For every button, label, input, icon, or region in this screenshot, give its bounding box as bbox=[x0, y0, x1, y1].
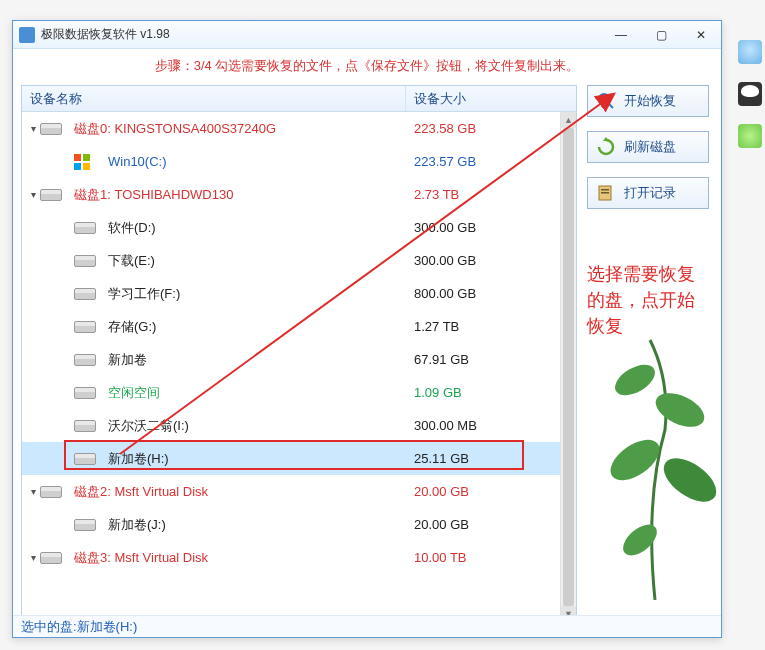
table-row[interactable]: ▾磁盘2: Msft Virtual Disk20.00 GB bbox=[22, 475, 576, 508]
row-label: 新加卷 bbox=[108, 351, 406, 369]
drive-icon bbox=[40, 484, 66, 500]
svg-rect-4 bbox=[601, 192, 609, 194]
status-text: 选中的盘:新加卷(H:) bbox=[21, 619, 137, 634]
col-header-size[interactable]: 设备大小 bbox=[406, 86, 576, 111]
row-label: 磁盘1: TOSHIBAHDWD130 bbox=[74, 186, 406, 204]
row-label: 学习工作(F:) bbox=[108, 285, 406, 303]
external-icon-qq[interactable] bbox=[738, 82, 762, 106]
table-row[interactable]: Win10(C:)223.57 GB bbox=[22, 145, 576, 178]
minimize-button[interactable]: — bbox=[601, 24, 641, 46]
svg-point-0 bbox=[599, 94, 609, 104]
refresh-disk-label: 刷新磁盘 bbox=[624, 138, 676, 156]
row-size: 2.73 TB bbox=[406, 187, 576, 202]
open-log-button[interactable]: 打开记录 bbox=[587, 177, 709, 209]
drive-icon bbox=[74, 517, 100, 533]
drive-icon bbox=[74, 319, 100, 335]
drive-icon bbox=[74, 253, 100, 269]
row-label: 磁盘2: Msft Virtual Disk bbox=[74, 483, 406, 501]
external-icon-1[interactable] bbox=[738, 40, 762, 64]
drive-icon bbox=[74, 418, 100, 434]
table-body: ▾磁盘0: KINGSTONSA400S37240G223.58 GBWin10… bbox=[22, 112, 576, 622]
windows-icon bbox=[74, 154, 100, 170]
drive-icon bbox=[74, 352, 100, 368]
row-size: 20.00 GB bbox=[406, 517, 576, 532]
drive-icon bbox=[40, 121, 66, 137]
row-label: 软件(D:) bbox=[108, 219, 406, 237]
window-title: 极限数据恢复软件 v1.98 bbox=[41, 26, 601, 43]
drive-icon bbox=[74, 286, 100, 302]
status-bar: 选中的盘:新加卷(H:) bbox=[13, 615, 721, 637]
row-size: 25.11 GB bbox=[406, 451, 576, 466]
row-label: 空闲空间 bbox=[108, 384, 406, 402]
expand-chevron[interactable]: ▾ bbox=[26, 486, 40, 497]
start-recovery-button[interactable]: 开始恢复 bbox=[587, 85, 709, 117]
titlebar: 极限数据恢复软件 v1.98 — ▢ ✕ bbox=[13, 21, 721, 49]
close-button[interactable]: ✕ bbox=[681, 24, 721, 46]
row-size: 1.09 GB bbox=[406, 385, 576, 400]
expand-chevron[interactable]: ▾ bbox=[26, 189, 40, 200]
row-size: 300.00 GB bbox=[406, 220, 576, 235]
svg-rect-3 bbox=[601, 189, 609, 191]
device-list-panel: 设备名称 设备大小 ▾磁盘0: KINGSTONSA400S37240G223.… bbox=[21, 85, 577, 623]
table-row[interactable]: 存储(G:)1.27 TB bbox=[22, 310, 576, 343]
table-row[interactable]: 新加卷(H:)25.11 GB bbox=[22, 442, 576, 475]
expand-chevron[interactable]: ▾ bbox=[26, 123, 40, 134]
app-window: 极限数据恢复软件 v1.98 — ▢ ✕ 步骤：3/4 勾选需要恢复的文件，点《… bbox=[12, 20, 722, 638]
row-label: 新加卷(J:) bbox=[108, 516, 406, 534]
row-size: 20.00 GB bbox=[406, 484, 576, 499]
row-size: 300.00 MB bbox=[406, 418, 576, 433]
table-row[interactable]: 学习工作(F:)800.00 GB bbox=[22, 277, 576, 310]
svg-line-1 bbox=[608, 103, 613, 108]
row-size: 223.57 GB bbox=[406, 154, 576, 169]
drive-icon bbox=[74, 220, 100, 236]
row-label: 下载(E:) bbox=[108, 252, 406, 270]
refresh-icon bbox=[592, 137, 620, 157]
open-log-label: 打开记录 bbox=[624, 184, 676, 202]
table-row[interactable]: 沃尔沃二翁(I:)300.00 MB bbox=[22, 409, 576, 442]
expand-chevron[interactable]: ▾ bbox=[26, 552, 40, 563]
row-label: 存储(G:) bbox=[108, 318, 406, 336]
app-icon bbox=[19, 27, 35, 43]
table-row[interactable]: ▾磁盘1: TOSHIBAHDWD1302.73 TB bbox=[22, 178, 576, 211]
table-row[interactable]: 下载(E:)300.00 GB bbox=[22, 244, 576, 277]
annotation-text: 选择需要恢复的盘，点开始恢复 bbox=[587, 261, 711, 339]
action-panel: 开始恢复 刷新磁盘 打开记录 选择需要恢复的盘，点开始恢复 bbox=[587, 85, 711, 623]
table-row[interactable]: 空闲空间1.09 GB bbox=[22, 376, 576, 409]
row-label: 磁盘0: KINGSTONSA400S37240G bbox=[74, 120, 406, 138]
scrollbar[interactable]: ▲ ▼ bbox=[560, 112, 576, 622]
row-label: Win10(C:) bbox=[108, 154, 406, 169]
external-icon-3[interactable] bbox=[738, 124, 762, 148]
row-size: 1.27 TB bbox=[406, 319, 576, 334]
drive-icon bbox=[74, 385, 100, 401]
table-header: 设备名称 设备大小 bbox=[22, 86, 576, 112]
instruction-text: 步骤：3/4 勾选需要恢复的文件，点《保存文件》按钮，将文件复制出来。 bbox=[13, 49, 721, 85]
row-label: 沃尔沃二翁(I:) bbox=[108, 417, 406, 435]
table-row[interactable]: 软件(D:)300.00 GB bbox=[22, 211, 576, 244]
drive-icon bbox=[40, 550, 66, 566]
row-size: 800.00 GB bbox=[406, 286, 576, 301]
drive-icon bbox=[40, 187, 66, 203]
scroll-thumb[interactable] bbox=[563, 128, 574, 606]
maximize-button[interactable]: ▢ bbox=[641, 24, 681, 46]
table-row[interactable]: ▾磁盘0: KINGSTONSA400S37240G223.58 GB bbox=[22, 112, 576, 145]
table-row[interactable]: 新加卷67.91 GB bbox=[22, 343, 576, 376]
start-recovery-label: 开始恢复 bbox=[624, 92, 676, 110]
search-icon bbox=[592, 91, 620, 111]
table-row[interactable]: ▾磁盘3: Msft Virtual Disk10.00 TB bbox=[22, 541, 576, 574]
external-app-strip bbox=[738, 40, 762, 148]
log-icon bbox=[592, 183, 620, 203]
row-size: 67.91 GB bbox=[406, 352, 576, 367]
col-header-name[interactable]: 设备名称 bbox=[22, 86, 406, 111]
refresh-disk-button[interactable]: 刷新磁盘 bbox=[587, 131, 709, 163]
table-row[interactable]: 新加卷(J:)20.00 GB bbox=[22, 508, 576, 541]
main-area: 设备名称 设备大小 ▾磁盘0: KINGSTONSA400S37240G223.… bbox=[13, 85, 721, 623]
drive-icon bbox=[74, 451, 100, 467]
row-size: 10.00 TB bbox=[406, 550, 576, 565]
row-label: 磁盘3: Msft Virtual Disk bbox=[74, 549, 406, 567]
row-size: 300.00 GB bbox=[406, 253, 576, 268]
scroll-up-button[interactable]: ▲ bbox=[561, 112, 576, 128]
row-label: 新加卷(H:) bbox=[108, 450, 406, 468]
row-size: 223.58 GB bbox=[406, 121, 576, 136]
